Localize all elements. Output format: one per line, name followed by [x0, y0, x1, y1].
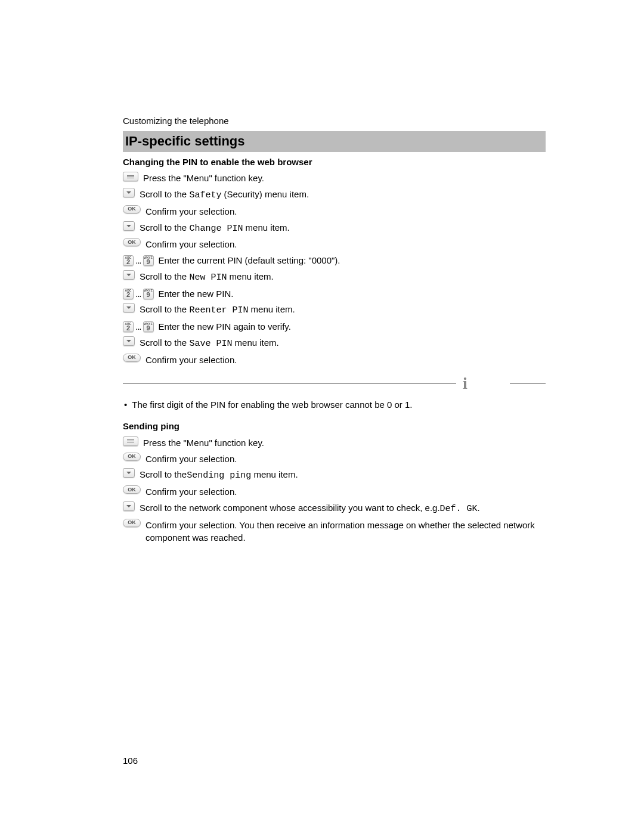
number-keys-icon: ABC2 ... WXYZ9 [123, 287, 154, 301]
step-text: Scroll to the Reenter PIN menu item. [140, 303, 546, 317]
step: Scroll to theSending ping menu item. [123, 468, 546, 482]
step-text: Confirm your selection. You then receive… [145, 519, 546, 545]
step-text: Confirm your selection. [145, 238, 546, 251]
step-text: Scroll to the New PIN menu item. [140, 270, 546, 284]
ok-key-icon: OK [123, 354, 141, 362]
step-text: Scroll to the Change PIN menu item. [140, 221, 546, 236]
steps-list-2: Press the "Menu" function key. OK Confir… [123, 436, 546, 544]
step-text: Scroll to the Save PIN menu item. [140, 336, 546, 351]
step: OK Confirm your selection. You then rece… [123, 519, 546, 545]
step: ABC2 ... WXYZ9 Enter the current PIN (de… [123, 254, 546, 267]
step: OK Confirm your selection. [123, 238, 546, 251]
step-text: Scroll to theSending ping menu item. [140, 468, 546, 482]
step: OK Confirm your selection. [123, 354, 546, 367]
down-arrow-key-icon [123, 188, 135, 197]
step-text: Enter the current PIN (default setting: … [159, 254, 546, 267]
key-2-icon: ABC2 [123, 289, 134, 299]
step-text: Confirm your selection. [145, 453, 546, 466]
ok-key-icon: OK [123, 205, 141, 213]
ok-key-icon: OK [123, 485, 141, 494]
menu-key-icon [123, 172, 138, 181]
down-arrow-key-icon [123, 303, 135, 312]
step: Scroll to the Reenter PIN menu item. [123, 303, 546, 317]
down-arrow-key-icon [123, 221, 135, 231]
step: Scroll to the network component whose ac… [123, 501, 546, 516]
info-icon: i [456, 377, 474, 390]
step: Scroll to the Change PIN menu item. [123, 221, 546, 236]
number-keys-icon: ABC2 ... WXYZ9 [123, 320, 154, 333]
menu-key-icon [123, 436, 138, 446]
step-text: Enter the new PIN. [159, 287, 546, 301]
step-text: Confirm your selection. [145, 205, 546, 218]
ok-key-icon: OK [123, 238, 141, 246]
step-text: Confirm your selection. [145, 485, 546, 498]
key-9-icon: WXYZ9 [143, 321, 154, 332]
step: Press the "Menu" function key. [123, 172, 546, 185]
step-text: Press the "Menu" function key. [143, 436, 546, 450]
document-page: Customizing the telephone IP-specific se… [0, 0, 644, 833]
down-arrow-key-icon [123, 270, 135, 280]
steps-list-1: Press the "Menu" function key. Scroll to… [123, 172, 546, 366]
ok-key-icon: OK [123, 453, 141, 461]
key-2-icon: ABC2 [123, 255, 134, 266]
step: OK Confirm your selection. [123, 453, 546, 466]
key-2-icon: ABC2 [123, 321, 134, 332]
breadcrumb: Customizing the telephone [123, 114, 546, 128]
subheading-change-pin: Changing the PIN to enable the web brows… [123, 156, 546, 169]
ok-key-icon: OK [123, 519, 141, 527]
info-divider: i [123, 374, 546, 392]
down-arrow-key-icon [123, 468, 135, 478]
step: Press the "Menu" function key. [123, 436, 546, 450]
step-text: Press the "Menu" function key. [143, 172, 546, 185]
page-number: 106 [123, 754, 138, 767]
number-keys-icon: ABC2 ... WXYZ9 [123, 254, 154, 267]
key-9-icon: WXYZ9 [143, 255, 154, 266]
step: ABC2 ... WXYZ9 Enter the new PIN. [123, 287, 546, 301]
step-text: Confirm your selection. [145, 354, 546, 367]
step: OK Confirm your selection. [123, 485, 546, 498]
section-header: IP-specific settings [123, 131, 546, 152]
step-text: Scroll to the Safety (Security) menu ite… [140, 188, 546, 202]
note-bullet: The first digit of the PIN for enabling … [123, 398, 546, 411]
subheading-sending-ping: Sending ping [123, 420, 546, 433]
step: Scroll to the Save PIN menu item. [123, 336, 546, 351]
step-text: Enter the new PIN again to verify. [159, 320, 546, 333]
note-text: The first digit of the PIN for enabling … [132, 398, 412, 411]
key-9-icon: WXYZ9 [143, 289, 154, 299]
step: Scroll to the Safety (Security) menu ite… [123, 188, 546, 202]
down-arrow-key-icon [123, 501, 135, 511]
step-text: Scroll to the network component whose ac… [140, 501, 546, 516]
step: ABC2 ... WXYZ9 Enter the new PIN again t… [123, 320, 546, 333]
step: Scroll to the New PIN menu item. [123, 270, 546, 284]
step: OK Confirm your selection. [123, 205, 546, 218]
down-arrow-key-icon [123, 336, 135, 346]
